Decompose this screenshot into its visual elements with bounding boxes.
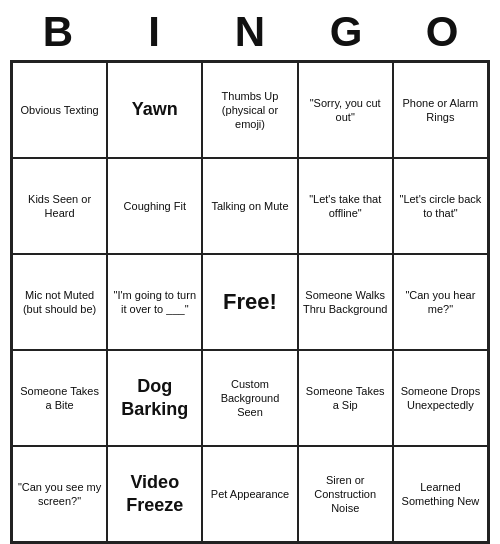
bingo-cell-r2c2[interactable]: Coughing Fit [107,158,202,254]
letter-i: I [114,8,194,56]
bingo-title: B I N G O [10,0,490,60]
bingo-cell-r4c5[interactable]: Someone Drops Unexpectedly [393,350,488,446]
bingo-cell-r4c4[interactable]: Someone Takes a Sip [298,350,393,446]
bingo-cell-r5c5[interactable]: Learned Something New [393,446,488,542]
letter-o: O [402,8,482,56]
bingo-cell-r4c3[interactable]: Custom Background Seen [202,350,297,446]
bingo-cell-r5c2[interactable]: Video Freeze [107,446,202,542]
bingo-cell-r3c3[interactable]: Free! [202,254,297,350]
bingo-cell-r5c4[interactable]: Siren or Construction Noise [298,446,393,542]
bingo-cell-r1c5[interactable]: Phone or Alarm Rings [393,62,488,158]
bingo-cell-r4c1[interactable]: Someone Takes a Bite [12,350,107,446]
bingo-cell-r1c3[interactable]: Thumbs Up (physical or emoji) [202,62,297,158]
bingo-cell-r2c4[interactable]: "Let's take that offline" [298,158,393,254]
bingo-cell-r3c5[interactable]: "Can you hear me?" [393,254,488,350]
letter-b: B [18,8,98,56]
bingo-cell-r5c1[interactable]: "Can you see my screen?" [12,446,107,542]
bingo-cell-r2c5[interactable]: "Let's circle back to that" [393,158,488,254]
bingo-cell-r1c1[interactable]: Obvious Texting [12,62,107,158]
letter-n: N [210,8,290,56]
letter-g: G [306,8,386,56]
bingo-cell-r2c1[interactable]: Kids Seen or Heard [12,158,107,254]
bingo-cell-r3c2[interactable]: "I'm going to turn it over to ___" [107,254,202,350]
bingo-cell-r1c2[interactable]: Yawn [107,62,202,158]
bingo-cell-r3c1[interactable]: Mic not Muted (but should be) [12,254,107,350]
bingo-cell-r4c2[interactable]: Dog Barking [107,350,202,446]
bingo-cell-r3c4[interactable]: Someone Walks Thru Background [298,254,393,350]
bingo-cell-r5c3[interactable]: Pet Appearance [202,446,297,542]
bingo-cell-r1c4[interactable]: "Sorry, you cut out" [298,62,393,158]
bingo-grid: Obvious TextingYawnThumbs Up (physical o… [10,60,490,544]
bingo-cell-r2c3[interactable]: Talking on Mute [202,158,297,254]
